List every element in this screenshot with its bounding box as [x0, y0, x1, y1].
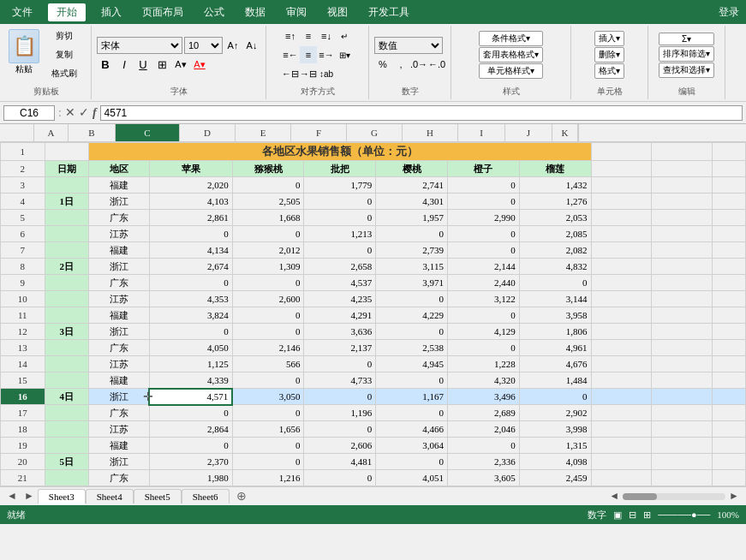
- menu-review[interactable]: 审阅: [281, 3, 312, 21]
- menu-file[interactable]: 文件: [7, 3, 38, 21]
- align-bottom-btn[interactable]: ≡↓: [318, 27, 335, 45]
- cell-k1[interactable]: [713, 143, 746, 161]
- cell-c3[interactable]: 2,020: [149, 177, 232, 194]
- cell-k2[interactable]: [713, 161, 746, 177]
- font-family-select[interactable]: 宋体: [97, 37, 182, 54]
- cell-b2[interactable]: 地区: [89, 161, 150, 177]
- cell-j1[interactable]: [652, 143, 713, 161]
- cell-b3[interactable]: 福建: [89, 177, 150, 194]
- cond-format-btn[interactable]: 条件格式▾: [479, 31, 543, 46]
- active-cell-c16[interactable]: 4,571✛: [149, 389, 232, 405]
- cell-f3[interactable]: 2,741: [376, 177, 448, 194]
- cell-d3[interactable]: 0: [232, 177, 304, 194]
- cell-a4[interactable]: 1日: [45, 194, 89, 210]
- font-color-btn[interactable]: A▾: [191, 56, 208, 73]
- align-center-btn[interactable]: ≡: [300, 46, 317, 63]
- align-right-btn[interactable]: ≡→: [318, 46, 335, 63]
- number-format-select[interactable]: 数值: [374, 37, 443, 54]
- cell-i2[interactable]: [591, 161, 652, 177]
- increase-font-btn[interactable]: A↑: [224, 37, 242, 54]
- font-size-select[interactable]: 10: [184, 37, 223, 54]
- insert-btn[interactable]: 插入▾: [594, 31, 624, 46]
- sheet-tab-sheet4[interactable]: Sheet4: [86, 489, 134, 503]
- next-sheet-btn[interactable]: ►: [21, 490, 38, 503]
- cell-reference-input[interactable]: [3, 105, 55, 121]
- view-layout-btn[interactable]: ⊟: [629, 509, 636, 521]
- sheet-tab-sheet3[interactable]: Sheet3: [38, 489, 86, 504]
- cell-title[interactable]: 各地区水果销售额（单位：元）: [89, 143, 591, 161]
- cell-i1[interactable]: [591, 143, 652, 161]
- wrap-text-btn[interactable]: ↵: [336, 27, 353, 45]
- increase-decimal-btn[interactable]: .0→: [410, 56, 427, 73]
- sheet-tab-sheet6[interactable]: Sheet6: [182, 489, 230, 503]
- col-header-j[interactable]: J: [505, 124, 552, 141]
- format-painter-button[interactable]: 格式刷: [43, 65, 86, 82]
- col-header-g[interactable]: G: [347, 124, 403, 141]
- cell-d4[interactable]: 2,505: [232, 194, 304, 210]
- cancel-formula-icon[interactable]: ✕: [65, 105, 75, 120]
- delete-btn[interactable]: 删除▾: [594, 47, 624, 63]
- cell-h4[interactable]: 1,276: [519, 194, 591, 210]
- cell-a6[interactable]: [45, 226, 89, 242]
- col-header-d[interactable]: D: [180, 124, 236, 141]
- grid-scroll-area[interactable]: 1 各地区水果销售额（单位：元） 2 日期 地区 苹果 猕猴桃 批把 樱桃 橙: [0, 142, 746, 486]
- col-header-i[interactable]: I: [458, 124, 505, 141]
- scroll-right-btn[interactable]: ►: [729, 490, 739, 503]
- cell-e4[interactable]: 0: [304, 194, 376, 210]
- cell-h3[interactable]: 1,432: [519, 177, 591, 194]
- italic-button[interactable]: I: [116, 56, 133, 73]
- col-header-b[interactable]: B: [69, 124, 116, 141]
- text-direction-btn[interactable]: ↕ab: [318, 65, 335, 82]
- sum-btn[interactable]: Σ▾: [659, 33, 714, 45]
- view-normal-btn[interactable]: ▣: [613, 509, 622, 521]
- border-btn[interactable]: ⊞: [153, 56, 170, 73]
- sheet-tab-sheet5[interactable]: Sheet5: [134, 489, 182, 503]
- cell-d2[interactable]: 猕猴桃: [232, 161, 304, 177]
- decrease-decimal-btn[interactable]: ←.0: [428, 56, 445, 73]
- cut-button[interactable]: 剪切: [43, 27, 86, 45]
- zoom-slider[interactable]: ─────●──: [658, 509, 710, 520]
- menu-data[interactable]: 数据: [240, 3, 271, 21]
- confirm-formula-icon[interactable]: ✓: [79, 105, 89, 120]
- cell-a2[interactable]: 日期: [45, 161, 89, 177]
- login-button[interactable]: 登录: [719, 5, 739, 20]
- insert-function-icon[interactable]: f: [93, 106, 97, 120]
- indent-increase-btn[interactable]: →⊟: [300, 65, 317, 82]
- cell-a5[interactable]: [45, 210, 89, 226]
- prev-sheet-btn[interactable]: ◄: [3, 490, 21, 503]
- find-btn[interactable]: 查找和选择▾: [659, 63, 714, 78]
- copy-button[interactable]: 复制: [43, 46, 86, 63]
- format-btn[interactable]: 格式▾: [594, 63, 624, 79]
- formula-input[interactable]: [100, 105, 743, 121]
- view-page-btn[interactable]: ⊞: [643, 509, 651, 521]
- menu-view[interactable]: 视图: [322, 3, 353, 21]
- cell-g2[interactable]: 橙子: [447, 161, 519, 177]
- cell-style-btn[interactable]: 单元格样式▾: [479, 63, 543, 79]
- cell-a1[interactable]: [45, 143, 89, 161]
- paste-button[interactable]: 📋 粘贴: [7, 27, 41, 77]
- menu-page-layout[interactable]: 页面布局: [137, 3, 188, 21]
- align-middle-btn[interactable]: ≡: [300, 27, 317, 45]
- col-header-k[interactable]: K: [552, 124, 578, 141]
- align-top-btn[interactable]: ≡↑: [282, 27, 299, 45]
- cell-e2[interactable]: 批把: [304, 161, 376, 177]
- menu-developer[interactable]: 开发工具: [363, 3, 415, 21]
- add-sheet-btn[interactable]: ⊕: [230, 487, 254, 505]
- col-header-c[interactable]: C: [116, 124, 180, 141]
- scroll-left-btn[interactable]: ◄: [609, 490, 619, 503]
- cell-c4[interactable]: 4,103: [149, 194, 232, 210]
- cell-h2[interactable]: 榴莲: [519, 161, 591, 177]
- menu-home[interactable]: 开始: [48, 3, 86, 21]
- table-format-btn[interactable]: 套用表格格式▾: [479, 47, 543, 63]
- cell-j2[interactable]: [652, 161, 713, 177]
- cell-g3[interactable]: 0: [447, 177, 519, 194]
- underline-button[interactable]: U: [134, 56, 152, 73]
- cell-f2[interactable]: 樱桃: [376, 161, 448, 177]
- cell-c2[interactable]: 苹果: [149, 161, 232, 177]
- align-left-btn[interactable]: ≡←: [282, 46, 299, 63]
- cell-g4[interactable]: 0: [447, 194, 519, 210]
- col-header-f[interactable]: F: [291, 124, 347, 141]
- decrease-font-btn[interactable]: A↓: [243, 37, 260, 54]
- comma-btn[interactable]: ,: [392, 56, 409, 73]
- col-header-a[interactable]: A: [34, 124, 69, 141]
